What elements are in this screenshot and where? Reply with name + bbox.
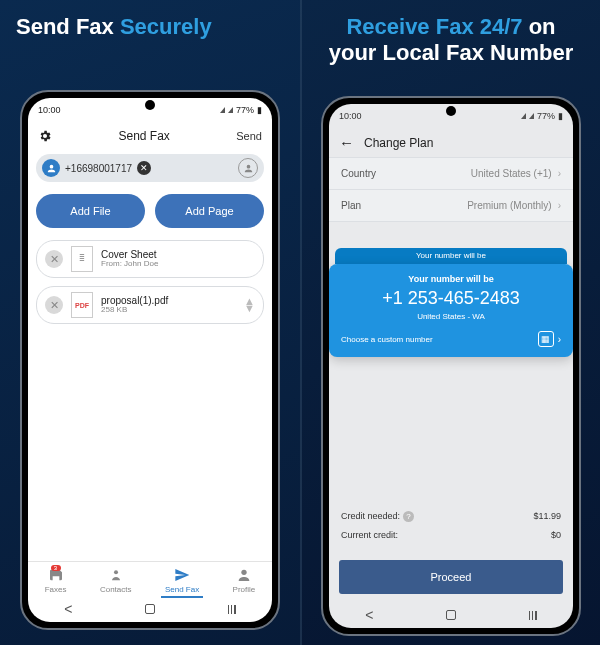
chevron-right-icon: ›	[558, 334, 561, 345]
status-time: 10:00	[38, 105, 61, 115]
card-label: Your number will be	[408, 274, 493, 284]
tab-label: Profile	[233, 585, 256, 594]
file-row-pdf[interactable]: ✕ PDF proposal(1).pdf 258 KB ▲▼	[36, 286, 264, 324]
hero-text: Send Fax	[16, 14, 120, 39]
hero-right: Receive Fax 24/7 on your Local Fax Numbe…	[302, 0, 600, 67]
battery-icon: ▮	[558, 111, 563, 121]
current-credit-label: Current credit:	[341, 530, 398, 540]
preview-location: United States - WA	[417, 312, 485, 321]
svg-point-1	[241, 570, 246, 575]
credit-needed-label: Credit needed:	[341, 511, 400, 521]
custom-label: Choose a custom number	[341, 335, 433, 344]
svg-point-0	[114, 570, 118, 574]
bottom-tabs: 3 Faxes Contacts Send Fax Profile	[28, 561, 272, 596]
android-navbar: <	[28, 596, 272, 622]
credit-needed-value: $11.99	[533, 511, 561, 522]
reorder-icon[interactable]: ▲▼	[244, 298, 255, 311]
nav-recent-icon[interactable]	[228, 605, 236, 614]
signal-icon	[228, 107, 233, 113]
file-sub: From: John Doe	[101, 260, 255, 269]
chevron-right-icon: ›	[558, 168, 561, 179]
document-icon: ≣	[71, 246, 93, 272]
number-preview-peek: Your number will be	[335, 248, 567, 264]
status-time: 10:00	[339, 111, 362, 121]
plan-label: Plan	[341, 200, 361, 211]
android-navbar: <	[329, 602, 573, 628]
delete-icon[interactable]: ✕	[45, 250, 63, 268]
battery-text: 77%	[236, 105, 254, 115]
country-value: United States (+1)	[471, 168, 552, 179]
choose-custom-number[interactable]: Choose a custom number ▦ ›	[341, 331, 561, 347]
nav-back-icon[interactable]: <	[64, 601, 72, 617]
camera-hole	[446, 106, 456, 116]
row-country[interactable]: Country United States (+1)›	[329, 157, 573, 189]
camera-hole	[145, 100, 155, 110]
current-credit-value: $0	[551, 530, 561, 540]
hero-accent: Receive Fax 24/7	[346, 14, 522, 39]
number-select-icon: ▦	[538, 331, 554, 347]
phone-right: 10:00 77% ▮ ← Change Plan Country United…	[321, 96, 581, 636]
battery-text: 77%	[537, 111, 555, 121]
faxes-badge: 3	[51, 565, 61, 571]
help-icon[interactable]: ?	[403, 511, 414, 522]
file-sub: 258 KB	[101, 306, 236, 315]
tab-label: Send Fax	[165, 585, 199, 594]
add-page-button[interactable]: Add Page	[155, 194, 264, 228]
signal-icon	[529, 113, 534, 119]
back-arrow-icon[interactable]: ←	[339, 134, 354, 151]
nav-recent-icon[interactable]	[529, 611, 537, 620]
recipient-chip[interactable]: +16698001717 ✕	[36, 154, 264, 182]
plan-value: Premium (Monthly)	[467, 200, 551, 211]
tab-contacts[interactable]: Contacts	[100, 567, 132, 594]
credit-block: Credit needed:? $11.99 Current credit: $…	[329, 487, 573, 554]
add-contact-icon[interactable]	[238, 158, 258, 178]
delete-icon[interactable]: ✕	[45, 296, 63, 314]
tab-send-fax[interactable]: Send Fax	[165, 567, 199, 594]
tab-label: Faxes	[45, 585, 67, 594]
send-fax-header: Send Fax Send	[28, 122, 272, 150]
page-title: Send Fax	[118, 129, 169, 143]
number-preview-card: Your number will be +1 253-465-2483 Unit…	[329, 264, 573, 357]
hero-text-2: your Local Fax Number	[329, 40, 574, 65]
tab-label: Contacts	[100, 585, 132, 594]
preview-number: +1 253-465-2483	[382, 288, 520, 309]
nav-home-icon[interactable]	[145, 604, 155, 614]
send-action[interactable]: Send	[236, 130, 262, 142]
row-plan[interactable]: Plan Premium (Monthly)›	[329, 189, 573, 222]
proceed-button[interactable]: Proceed	[339, 560, 563, 594]
add-file-button[interactable]: Add File	[36, 194, 145, 228]
pdf-icon: PDF	[71, 292, 93, 318]
chevron-right-icon: ›	[558, 200, 561, 211]
page-title: Change Plan	[364, 136, 433, 150]
phone-left: 10:00 77% ▮ Send Fax Send	[20, 90, 280, 630]
nav-back-icon[interactable]: <	[365, 607, 373, 623]
tab-profile[interactable]: Profile	[233, 567, 256, 594]
signal-icon	[220, 107, 225, 113]
person-icon	[42, 159, 60, 177]
gear-icon[interactable]	[38, 129, 52, 143]
file-row-cover[interactable]: ✕ ≣ Cover Sheet From: John Doe	[36, 240, 264, 278]
battery-icon: ▮	[257, 105, 262, 115]
hero-accent: Securely	[120, 14, 212, 39]
close-icon[interactable]: ✕	[137, 161, 151, 175]
tab-faxes[interactable]: 3 Faxes	[45, 567, 67, 594]
change-plan-header: ← Change Plan	[329, 128, 573, 157]
hero-text: on	[523, 14, 556, 39]
nav-home-icon[interactable]	[446, 610, 456, 620]
hero-left: Send Fax Securely	[0, 0, 300, 40]
country-label: Country	[341, 168, 376, 179]
signal-icon	[521, 113, 526, 119]
recipient-number: +16698001717	[65, 163, 132, 174]
